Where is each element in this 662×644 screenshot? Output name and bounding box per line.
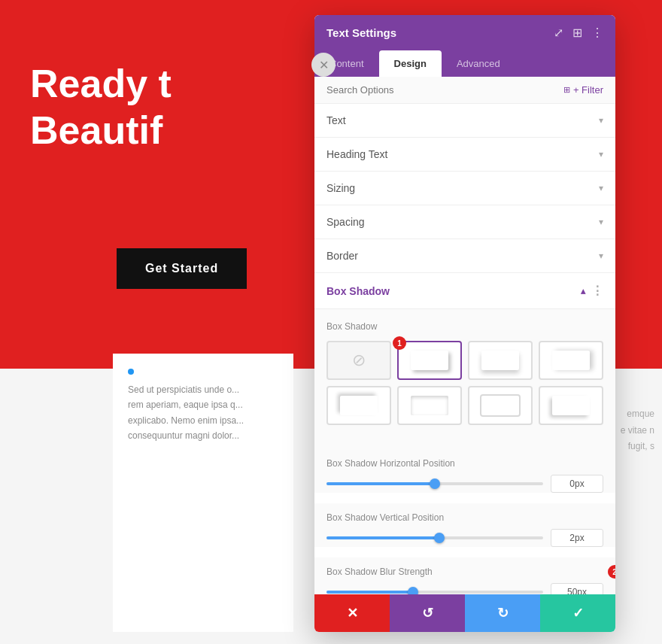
redo-button[interactable]: ↻ xyxy=(465,594,540,632)
accordion-heading-text: Heading Text ▾ xyxy=(314,138,615,172)
accordion-sizing-label: Sizing xyxy=(326,182,355,194)
save-button[interactable]: ✓ xyxy=(540,594,615,632)
shadow-inner-bottom-right xyxy=(411,351,448,370)
hero-line2: Beautif xyxy=(30,107,172,153)
slider-track-vertical[interactable] xyxy=(326,536,543,539)
settings-panel: Text Settings ⤢ ⊞ ⋮ Content Design Advan… xyxy=(314,15,615,632)
slider-row-horizontal: Box Shadow Horizontal Position 0px xyxy=(314,449,615,493)
tab-advanced[interactable]: Advanced xyxy=(442,50,515,77)
accordion-text-label: Text xyxy=(326,114,346,126)
shadow-option-outline[interactable] xyxy=(468,386,533,425)
chevron-box-shadow: ▴ xyxy=(581,286,585,296)
blue-dot xyxy=(128,369,134,375)
right-partial-text: emquee vitae nfugit, s xyxy=(621,406,654,455)
accordion-border-label: Border xyxy=(326,250,358,262)
shadow-option-top-left[interactable] xyxy=(326,386,391,425)
panel-header-icons: ⤢ ⊞ ⋮ xyxy=(554,26,603,40)
chevron-spacing: ▾ xyxy=(599,217,603,227)
slider-label-vertical: Box Shadow Vertical Position xyxy=(326,503,603,523)
box-shadow-menu-icon[interactable]: ⋮ xyxy=(591,284,603,298)
slider-track-blur[interactable] xyxy=(326,591,543,594)
panel-close-button[interactable]: ✕ xyxy=(311,53,336,77)
slider-container-vertical: 2px xyxy=(326,529,603,547)
accordion-spacing: Spacing ▾ xyxy=(314,205,615,239)
chevron-text: ▾ xyxy=(599,115,603,126)
shadow-inner-top-left xyxy=(340,396,377,415)
shadow-inner-bottom xyxy=(481,351,518,370)
panel-tabs: Content Design Advanced xyxy=(314,50,615,77)
hero-line1: Ready t xyxy=(30,60,172,107)
accordion-box-shadow-label: Box Shadow xyxy=(326,285,390,297)
shadow-option-inset[interactable] xyxy=(397,386,462,425)
badge-1: 1 xyxy=(393,336,406,350)
accordion-heading-text-label: Heading Text xyxy=(326,148,387,160)
accordion-heading-text-header[interactable]: Heading Text ▾ xyxy=(314,138,615,171)
shadow-option-left-bottom[interactable] xyxy=(539,386,603,425)
slider-fill-horizontal xyxy=(326,482,435,485)
shadow-style-grid: ⊘ 1 xyxy=(326,341,603,425)
slider-label-horizontal: Box Shadow Horizontal Position xyxy=(326,449,603,469)
filter-label: + Filter xyxy=(573,84,603,96)
shadow-inner-left-bottom xyxy=(552,396,589,415)
filter-icon: ⊞ xyxy=(563,85,570,95)
content-card: Sed ut perspiciatis unde o... rem aperia… xyxy=(113,354,293,632)
panel-footer: ✕ ↺ ↻ ✓ xyxy=(314,594,615,632)
shadow-option-none[interactable]: ⊘ xyxy=(326,341,391,380)
slider-container-horizontal: 0px xyxy=(326,475,603,493)
box-shadow-section-label: Box Shadow xyxy=(326,321,603,332)
accordion-sizing-header[interactable]: Sizing ▾ xyxy=(314,172,615,205)
chevron-border: ▾ xyxy=(599,251,603,261)
shadow-inner-right xyxy=(552,351,589,370)
slider-thumb-horizontal[interactable] xyxy=(430,478,440,489)
shadow-option-right[interactable] xyxy=(539,341,603,380)
undo-button[interactable]: ↺ xyxy=(390,594,465,632)
slider-value-horizontal: 0px xyxy=(551,475,603,493)
search-bar: ⊞ + Filter xyxy=(314,77,615,104)
slider-fill-vertical xyxy=(326,536,439,539)
shadow-inner-outline xyxy=(481,396,518,415)
shadow-option-bottom[interactable] xyxy=(468,341,533,380)
accordion-text: Text ▾ xyxy=(314,104,615,138)
accordion-text-header[interactable]: Text ▾ xyxy=(314,104,615,137)
slider-fill-blur xyxy=(326,591,413,594)
accordion-box-shadow: Box Shadow ▴ ⋮ Box Shadow ⊘ 1 xyxy=(314,273,615,632)
slider-track-horizontal[interactable] xyxy=(326,482,543,485)
chevron-sizing: ▾ xyxy=(599,183,603,193)
panel-header: Text Settings ⤢ ⊞ ⋮ xyxy=(314,15,615,50)
accordion-box-shadow-header[interactable]: Box Shadow ▴ ⋮ xyxy=(314,273,615,309)
accordion-spacing-label: Spacing xyxy=(326,216,365,228)
slider-label-blur: Box Shadow Blur Strength xyxy=(326,557,603,577)
accordion-sizing: Sizing ▾ xyxy=(314,172,615,205)
hero-text: Ready t Beautif xyxy=(30,60,172,154)
search-input[interactable] xyxy=(326,84,563,96)
more-icon[interactable]: ⋮ xyxy=(591,26,603,40)
slider-row-vertical: Box Shadow Vertical Position 2px xyxy=(314,503,615,547)
filter-button[interactable]: ⊞ + Filter xyxy=(563,84,603,96)
tab-design[interactable]: Design xyxy=(379,50,442,77)
get-started-button[interactable]: Get Started xyxy=(117,248,247,289)
slider-value-vertical: 2px xyxy=(551,529,603,547)
body-text: Sed ut perspiciatis unde o... rem aperia… xyxy=(128,382,278,444)
panel-title: Text Settings xyxy=(326,26,396,39)
accordion-spacing-header[interactable]: Spacing ▾ xyxy=(314,205,615,238)
accordion-border-header[interactable]: Border ▾ xyxy=(314,239,615,272)
expand-icon[interactable]: ⤢ xyxy=(554,26,563,40)
chevron-heading-text: ▾ xyxy=(599,149,603,159)
slider-thumb-vertical[interactable] xyxy=(434,533,445,543)
shadow-inner-inset xyxy=(411,396,448,415)
box-shadow-content: Box Shadow ⊘ 1 xyxy=(314,309,615,449)
columns-icon[interactable]: ⊞ xyxy=(572,26,582,40)
cancel-button[interactable]: ✕ xyxy=(314,594,390,632)
shadow-option-bottom-right[interactable]: 1 xyxy=(397,341,462,380)
no-shadow-icon: ⊘ xyxy=(352,351,366,370)
accordion-border: Border ▾ xyxy=(314,239,615,273)
badge-2: 2 xyxy=(608,565,615,579)
